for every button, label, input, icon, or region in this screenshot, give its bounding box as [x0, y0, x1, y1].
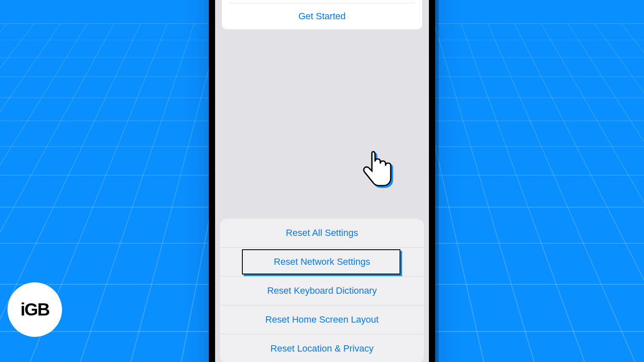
reset-keyboard-dictionary-button[interactable]: Reset Keyboard Dictionary — [220, 277, 424, 305]
reset-home-screen-layout-button[interactable]: Reset Home Screen Layout — [220, 305, 424, 334]
reset-network-settings-label: Reset Network Settings — [274, 256, 370, 267]
reset-network-settings-button[interactable]: Reset Network Settings — [220, 248, 424, 277]
card-container: iCloud Storage to back up... Get Started — [215, 0, 429, 29]
iphone-screen: iCloud Storage to back up... Get Started… — [215, 0, 429, 362]
get-started-card: iCloud Storage to back up... Get Started — [222, 0, 422, 29]
reset-all-settings-button[interactable]: Reset All Settings — [220, 219, 424, 248]
action-sheet-container: Reset Reset All Settings Reset Network S… — [220, 219, 424, 362]
iphone-frame: iCloud Storage to back up... Get Started… — [209, 0, 435, 362]
reset-location-privacy-button[interactable]: Reset Location & Privacy — [220, 334, 424, 362]
screen-content: iCloud Storage to back up... Get Started… — [215, 0, 429, 362]
igb-logo-text: iGB — [21, 300, 49, 320]
card-hint-text: iCloud Storage to back up... — [229, 0, 415, 3]
get-started-button[interactable]: Get Started — [229, 3, 415, 22]
reset-action-sheet: Reset All Settings Reset Network Setting… — [220, 219, 424, 362]
igb-logo-badge: iGB — [8, 282, 62, 337]
